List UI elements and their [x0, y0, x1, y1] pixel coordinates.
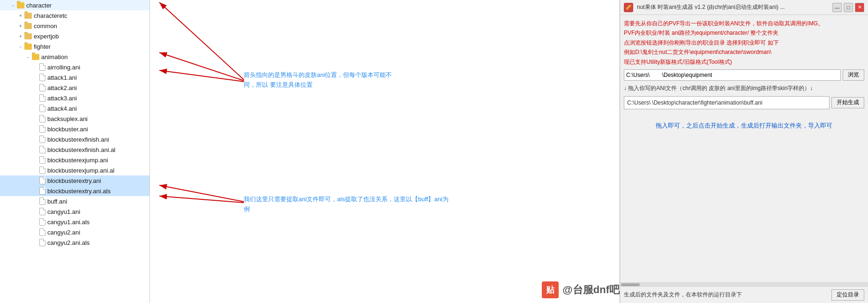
- file-icon-airrolling: [39, 63, 45, 71]
- svg-line-5: [159, 196, 244, 203]
- label-cangyu1: cangyu1.ani: [47, 208, 80, 215]
- file-icon-blockbusterexfinish: [39, 136, 45, 143]
- file-spacer: [32, 136, 39, 143]
- folder-icon-expertjob: [24, 33, 32, 39]
- list-item[interactable]: attack1.ani: [0, 72, 150, 83]
- list-item[interactable]: backsuplex.ani: [0, 114, 150, 124]
- label-buff: buff.ani: [47, 198, 67, 205]
- list-item[interactable]: attack4.ani: [0, 103, 150, 114]
- file-spacer: [32, 105, 39, 112]
- file-spacer: [32, 208, 39, 215]
- browse-button[interactable]: 浏览: [843, 69, 864, 81]
- description-text: 需要先从你自己的PVF导出一份该职业时装ANI文件，软件自动取其调用的IMG。 …: [624, 19, 864, 67]
- file-spacer: [32, 177, 39, 184]
- label-backsuplex: backsuplex.ani: [47, 115, 88, 122]
- annotation-area: 箭头指向的是男格斗的皮肤ani位置，但每个版本可能不同，所以 要注意具体位置 我…: [150, 0, 620, 303]
- label-cangyu2als: cangyu2.ani.als: [47, 239, 90, 246]
- label-blockbusterexjumpal: blockbusterexjump.ani.al: [47, 167, 114, 174]
- tree-folder-expertjob[interactable]: + expertjob: [0, 31, 150, 41]
- label-airrolling: airrolling.ani: [47, 64, 80, 71]
- minimize-button[interactable]: —: [832, 3, 842, 12]
- path-input[interactable]: [624, 69, 841, 81]
- list-item[interactable]: cangyu2.ani.als: [0, 237, 150, 248]
- app-titlebar: 🥜 nut果体 时装ani生成器 v1.2 (由chr的ani启动生成时装ani…: [620, 0, 868, 15]
- horizontal-scrollbar[interactable]: [620, 282, 868, 286]
- path-input-row: 浏览: [624, 69, 864, 81]
- maximize-button[interactable]: □: [844, 3, 853, 12]
- list-item[interactable]: blockbusterexfinish.ani.al: [0, 144, 150, 155]
- svg-line-3: [159, 70, 244, 82]
- expand-icon-animation: -: [24, 53, 32, 61]
- description-span: 需要先从你自己的PVF导出一份该职业时装ANI文件，软件自动取其调用的IMG。 …: [624, 20, 823, 65]
- file-icon-blockbuster: [39, 125, 45, 133]
- folder-icon-characteretc: [24, 13, 32, 19]
- drop-area[interactable]: C:\Users\ \Desktop\character\fighter\ani…: [624, 96, 830, 109]
- list-item[interactable]: airrolling.ani: [0, 62, 150, 72]
- list-item[interactable]: attack3.ani: [0, 93, 150, 103]
- start-button[interactable]: 开始生成: [831, 97, 864, 108]
- drop-area-value: C:\Users\ \Desktop\character\fighter\ani…: [627, 99, 763, 106]
- list-item[interactable]: attack2.ani: [0, 83, 150, 93]
- file-spacer: [32, 94, 39, 102]
- label-attack3: attack3.ani: [47, 95, 77, 102]
- list-item[interactable]: buff.ani: [0, 196, 150, 206]
- file-icon-blockbusterextryals: [39, 187, 45, 195]
- expand-icon-expertjob: +: [17, 32, 24, 40]
- file-spacer: [32, 239, 39, 246]
- tree-folder-characteretc[interactable]: + characteretc: [0, 10, 150, 21]
- tree-folder-character[interactable]: - character: [0, 0, 150, 10]
- file-spacer: [32, 197, 39, 205]
- label-expertjob: expertjob: [34, 33, 59, 40]
- svg-line-4: [159, 185, 244, 202]
- tree-folder-animation[interactable]: - animation: [0, 52, 150, 62]
- annotation-text-1: 箭头指向的是男格斗的皮肤ani位置，但每个版本可能不同，所以 要注意具体位置: [244, 70, 403, 90]
- file-spacer: [32, 146, 39, 153]
- drag-hint-text: 拖入即可，之后点击开始生成，生成后打开输出文件夹，导入即可: [624, 112, 864, 139]
- list-item[interactable]: cangyu2.ani: [0, 227, 150, 237]
- file-icon-attack4: [39, 105, 45, 112]
- list-item[interactable]: blockbuster.ani: [0, 124, 150, 134]
- locate-button[interactable]: 定位目录: [831, 289, 864, 301]
- list-item[interactable]: cangyu1.ani.als: [0, 217, 150, 227]
- label-character: character: [26, 2, 52, 9]
- label-cangyu1als: cangyu1.ani.als: [47, 219, 90, 226]
- file-icon-blockbusterextry: [39, 177, 45, 184]
- expand-icon-common: +: [17, 22, 24, 30]
- file-spacer: [32, 84, 39, 91]
- label-blockbusterexfinish: blockbusterexfinish.ani: [47, 136, 109, 143]
- list-item[interactable]: blockbusterexjump.ani.al: [0, 165, 150, 175]
- list-item[interactable]: cangyu1.ani: [0, 206, 150, 217]
- svg-line-1: [159, 2, 244, 80]
- svg-line-2: [159, 53, 244, 81]
- file-icon-buff: [39, 197, 45, 205]
- start-row: C:\Users\ \Desktop\character\fighter\ani…: [624, 96, 864, 109]
- list-item[interactable]: blockbusterexfinish.ani: [0, 134, 150, 144]
- file-icon-blockbusterexjump: [39, 156, 45, 164]
- app-window-icon: 🥜: [624, 3, 633, 12]
- list-item[interactable]: blockbusterextry.ani: [0, 175, 150, 186]
- list-item[interactable]: blockbusterextry.ani.als: [0, 186, 150, 196]
- folder-icon-character: [17, 2, 24, 8]
- label-blockbusterextry: blockbusterextry.ani: [47, 177, 101, 184]
- file-spacer: [32, 156, 39, 164]
- list-item[interactable]: blockbusterexjump.ani: [0, 155, 150, 165]
- folder-icon-animation: [32, 54, 39, 60]
- close-button[interactable]: ✕: [855, 3, 864, 12]
- label-attack1: attack1.ani: [47, 74, 77, 81]
- file-icon-blockbusterexjumpal: [39, 167, 45, 174]
- file-spacer: [32, 115, 39, 122]
- watermark: 贴 @台服dnf吧: [542, 281, 620, 298]
- label-common: common: [34, 23, 57, 30]
- label-attack2: attack2.ani: [47, 84, 77, 91]
- file-icon-attack3: [39, 94, 45, 102]
- app-footer: 生成后的文件夹及文件，在本软件的运行目录下 定位目录: [620, 286, 868, 303]
- file-spacer: [32, 125, 39, 133]
- tree-folder-fighter[interactable]: - fighter: [0, 41, 150, 52]
- label-blockbusterextryals: blockbusterextry.ani.als: [47, 188, 111, 195]
- scroll-thumb[interactable]: [621, 283, 640, 286]
- expand-icon-fighter: -: [17, 43, 24, 50]
- label-blockbusterexfinishal: blockbusterexfinish.ani.al: [47, 146, 115, 153]
- tree-folder-common[interactable]: + common: [0, 21, 150, 31]
- file-icon-cangyu1als: [39, 218, 45, 226]
- label-blockbuster: blockbuster.ani: [47, 126, 88, 133]
